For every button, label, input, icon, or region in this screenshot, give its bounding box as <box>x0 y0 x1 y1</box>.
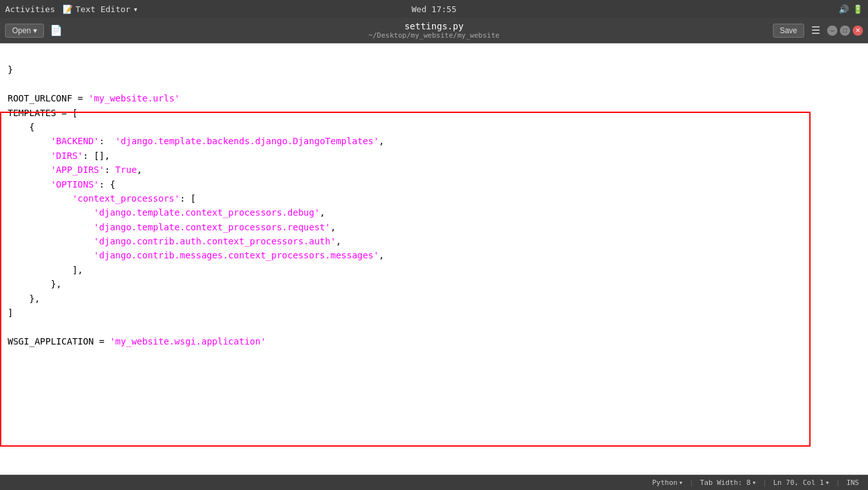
sound-icon: 🔊 <box>839 4 849 14</box>
system-bar-left: Activities 📝 Text Editor ▾ <box>5 4 138 14</box>
datetime-label: Wed 17:55 <box>412 4 456 14</box>
activities-button[interactable]: Activities <box>5 4 55 14</box>
status-bar: Python ▾ | Tab Width: 8 ▾ | Ln 70, Col 1… <box>0 475 868 490</box>
cursor-position-label: Ln 70, Col 1 <box>773 479 823 487</box>
language-selector[interactable]: Python ▾ <box>648 479 687 487</box>
editor-container[interactable]: } ROOT_URLCONF = 'my_website.urls' TEMPL… <box>0 43 868 475</box>
app-toolbar: Open ▾ 📄 settings.py ~/Desktop/my_websit… <box>0 18 868 43</box>
mode-label: INS <box>846 479 859 487</box>
file-title: settings.py <box>368 21 499 31</box>
window-controls: – □ ✕ <box>827 26 863 36</box>
system-bar-clock: Wed 17:55 <box>412 4 456 14</box>
line-wsgi: WSGI_APPLICATION = 'my_website.wsgi.appl… <box>8 336 266 346</box>
selection-highlight <box>0 112 811 447</box>
file-path: ~/Desktop/my_website/my_website <box>368 31 499 40</box>
app-name-label: Text Editor <box>75 4 130 14</box>
toolbar-center: settings.py ~/Desktop/my_website/my_webs… <box>368 21 499 40</box>
line-root-urlconf: } ROOT_URLCONF = 'my_website.urls' <box>8 64 180 103</box>
language-label: Python <box>652 479 678 487</box>
battery-icon: 🔋 <box>853 4 863 14</box>
close-button[interactable]: ✕ <box>853 26 863 36</box>
cursor-position-selector[interactable]: Ln 70, Col 1 ▾ <box>769 479 833 487</box>
insert-mode-label: INS <box>842 479 863 487</box>
toolbar-left: Open ▾ 📄 <box>5 23 66 38</box>
tab-width-selector[interactable]: Tab Width: 8 ▾ <box>696 479 760 487</box>
templates-block: TEMPLATES = [ { 'BACKEND': 'django.templ… <box>8 108 384 318</box>
status-sep-3: | <box>836 479 841 487</box>
tab-width-label: Tab Width: 8 <box>700 479 751 487</box>
status-sep-1: | <box>689 479 694 487</box>
minimize-button[interactable]: – <box>827 26 837 36</box>
position-chevron-icon: ▾ <box>825 479 830 487</box>
editor-content[interactable]: } ROOT_URLCONF = 'my_website.urls' TEMPL… <box>0 43 868 353</box>
status-sep-2: | <box>763 479 767 487</box>
maximize-button[interactable]: □ <box>840 26 850 36</box>
app-name-button[interactable]: 📝 Text Editor ▾ <box>63 4 138 14</box>
open-button[interactable]: Open ▾ <box>5 24 44 38</box>
app-chevron-icon: ▾ <box>133 4 138 14</box>
menu-button[interactable]: ☰ <box>808 23 823 38</box>
save-button[interactable]: Save <box>773 24 804 38</box>
system-tray: 🔊 🔋 <box>839 4 863 14</box>
text-editor-icon: 📝 <box>63 4 73 14</box>
system-bar: Activities 📝 Text Editor ▾ Wed 17:55 🔊 🔋 <box>0 0 868 18</box>
toolbar-right: Save ☰ – □ ✕ <box>773 23 863 38</box>
file-icon-button[interactable]: 📄 <box>47 23 66 38</box>
tab-width-chevron-icon: ▾ <box>752 479 756 487</box>
language-chevron-icon: ▾ <box>678 479 683 487</box>
